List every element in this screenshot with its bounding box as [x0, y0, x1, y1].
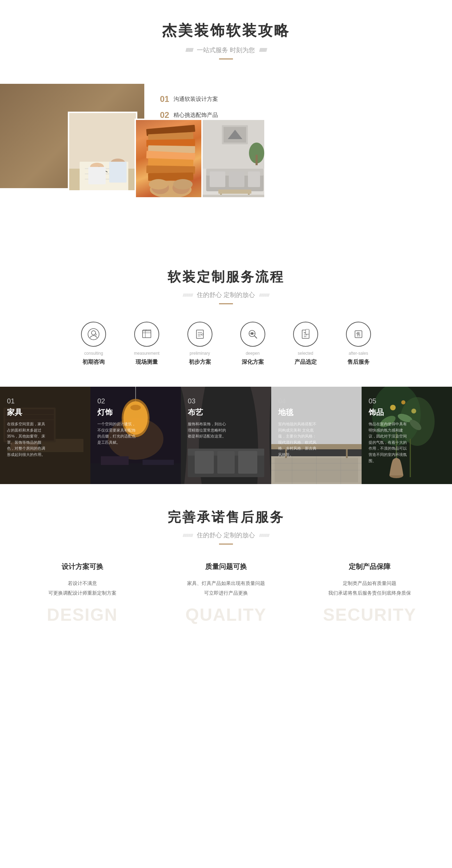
- cat-num-5: 05: [369, 397, 410, 405]
- cat-num-2: 02: [97, 397, 139, 405]
- card-title-1: 设计方案可换: [28, 562, 137, 571]
- card-desc-2: 家具、灯具产品如果出现有质量问题 可立即进行产品更换: [171, 578, 280, 598]
- selected-zh: 产品选定: [294, 359, 317, 366]
- cat-title-5: 饰品: [369, 407, 410, 418]
- measurement-zh: 现场测量: [136, 359, 158, 366]
- category-carpet[interactable]: 04 地毯 室内地毯的风格搭配不同构成完美和 文化底蕴，主要分为的风格：现代流行…: [271, 387, 362, 484]
- selected-icon: [299, 328, 312, 340]
- selected-icon-circle: [293, 322, 318, 347]
- svg-line-52: [255, 336, 257, 338]
- card-desc-2-line2: 可立即进行产品更换: [171, 588, 280, 598]
- intro-header: 杰美装饰软装攻略 /////////// 一站式服务 时刻为您 ////////…: [0, 0, 452, 73]
- intro-subtitle: 一站式服务 时刻为您: [197, 46, 255, 54]
- aftersales-title: 完善承诺售后服务: [0, 508, 452, 526]
- livingroom-svg: [203, 120, 266, 199]
- svg-rect-34: [210, 171, 225, 187]
- cat-num-1: 01: [7, 397, 49, 405]
- measurement-icon-circle: [134, 322, 159, 347]
- cat-num-3: 03: [188, 397, 229, 405]
- section-flow: 软装定制服务流程 /////////// 住的舒心 定制的放心 ////////…: [0, 247, 452, 387]
- photo-consulting: [68, 112, 137, 192]
- section-intro: 杰美装饰软装攻略 /////////// 一站式服务 时刻为您 ////////…: [0, 0, 452, 226]
- aftersales-card-quality: 质量问题可换 家具、灯具产品如果出现有质量问题 可立即进行产品更换 QUALIT…: [171, 562, 280, 625]
- flow-title: 软装定制服务流程: [0, 268, 452, 286]
- card-desc-2-line1: 家具、灯具产品如果出现有质量问题: [171, 578, 280, 588]
- svg-rect-83: [217, 451, 235, 474]
- cat-desc-2: 一个空间的设计建筑，不仅仅需要家具和配饰的点缀，灯光的适配也是工匹具赋。: [97, 421, 139, 445]
- flow-item-selected: selected 产品选定: [293, 322, 318, 366]
- svg-marker-46: [142, 330, 151, 331]
- category-fabric[interactable]: 03 布艺 服饰和布装饰，到出心理精致位置常忽略时的都是和好适配在这里。: [181, 387, 271, 484]
- category-decoration[interactable]: 05 饰品 饰品在室内使得中具有明快感的氛力感和建议，因此对于渲染空间提的气氛，…: [362, 387, 452, 484]
- aftersales-icon: 售: [352, 328, 365, 340]
- cat-content-5: 05 饰品 饰品在室内使得中具有明快感的氛力感和建议，因此对于渲染空间提的气氛，…: [369, 397, 410, 464]
- card-bg-text-1: DESIGN: [28, 605, 137, 625]
- svg-point-24: [173, 179, 193, 190]
- preliminary-en: preliminary: [189, 351, 210, 356]
- consulting-svg: [69, 113, 137, 192]
- measurement-en: measurement: [134, 351, 159, 356]
- svg-rect-78: [143, 460, 174, 465]
- aftersales-deco-left: ///////////: [183, 533, 193, 538]
- svg-rect-76: [90, 463, 181, 484]
- flow-item-preliminary: preliminary 初步方案: [187, 322, 212, 366]
- cat-desc-4: 室内地毯的风格搭配不同构成完美和 文化底蕴，主要分为的风格：现代流行风格、欧式风…: [278, 421, 320, 458]
- cat-title-3: 布艺: [188, 407, 229, 418]
- flow-item-deepen: deepen 深化方案: [240, 322, 265, 366]
- consulting-icon: [87, 328, 100, 340]
- svg-rect-37: [218, 190, 251, 194]
- flow-icons: consulting 初期咨询 measurement 现场测量: [0, 322, 452, 366]
- aftersales-underline: [219, 544, 233, 545]
- svg-point-23: [149, 179, 168, 190]
- consulting-en: consulting: [84, 351, 103, 356]
- aftersales-subtitle: 住的舒心 定制的放心: [197, 531, 255, 539]
- cat-content-3: 03 布艺 服饰和布装饰，到出心理精致位置常忽略时的都是和好适配在这里。: [188, 397, 229, 440]
- svg-rect-36: [248, 171, 260, 187]
- category-furniture[interactable]: 01 家具 在很多空间里面，家具占的面积和木多超过35%，其他如窗帘、床罩、装饰…: [0, 387, 90, 484]
- category-lighting[interactable]: 02 灯饰 一个空间的设计建筑，不仅仅需要家具和配饰的点缀，灯光的适配也是工匹具…: [90, 387, 181, 484]
- intro-title: 杰美装饰软装攻略: [0, 21, 452, 40]
- photo-collage: 01 沟通软装设计方案 02 精心挑选配饰产品 03 精心挑选配饰产品: [0, 73, 452, 226]
- aftersales-card-security: 定制产品保障 定制类产品如有质量问题 我们承诺将售后服务责任到底终身质保 SEC…: [315, 562, 424, 625]
- step-text-1: 沟通软装设计方案: [173, 96, 218, 103]
- svg-point-55: [251, 333, 253, 335]
- svg-rect-40: [203, 195, 266, 199]
- deepen-zh: 深化方案: [242, 359, 264, 366]
- fabric-svg: [136, 120, 204, 199]
- card-desc-1-line2: 可更换调配设计师重新定制方案: [28, 588, 137, 598]
- step-text-2: 精心挑选配饰产品: [173, 112, 218, 119]
- intro-subtitle-row: /////////// 一站式服务 时刻为您 ///////////: [0, 46, 452, 54]
- svg-point-41: [88, 329, 99, 340]
- aftersales-icon-circle: 售: [346, 322, 371, 347]
- card-title-3: 定制产品保障: [315, 562, 424, 571]
- aftersales-zh: 售后服务: [347, 359, 370, 366]
- preliminary-icon-circle: [187, 322, 212, 347]
- flow-subtitle: 住的舒心 定制的放心: [197, 291, 255, 299]
- section-categories: 01 家具 在很多空间里面，家具占的面积和木多超过35%，其他如窗帘、床罩、装饰…: [0, 387, 452, 484]
- deco-slash-right: ///////////: [259, 47, 267, 53]
- selected-en: selected: [298, 351, 313, 356]
- card-desc-3-line2: 我们承诺将售后服务责任到底终身质保: [315, 588, 424, 598]
- aftersales-cards-container: 设计方案可换 若设计不满意 可更换调配设计师重新定制方案 DESIGN 质量问题…: [0, 562, 452, 625]
- deepen-en: deepen: [246, 351, 260, 356]
- card-desc-1-line1: 若设计不满意: [28, 578, 137, 588]
- deepen-icon: [247, 328, 259, 340]
- svg-rect-9: [88, 167, 106, 184]
- preliminary-icon: [194, 328, 206, 340]
- svg-rect-82: [195, 451, 214, 474]
- svg-text:售: 售: [356, 332, 361, 337]
- svg-rect-31: [256, 155, 258, 165]
- aftersales-en: after-sales: [349, 351, 368, 356]
- aftersales-deco-right: ///////////: [259, 533, 269, 538]
- measurement-icon: [140, 328, 153, 340]
- cat-content-1: 01 家具 在很多空间里面，家具占的面积和木多超过35%，其他如窗帘、床罩、装饰…: [7, 397, 49, 458]
- svg-point-42: [91, 331, 96, 335]
- svg-rect-77: [101, 456, 129, 465]
- deco-slash-left: ///////////: [186, 47, 193, 53]
- cat-desc-1: 在很多空间里面，家具占的面积和木多超过35%，其他如窗帘、床罩、装饰等饰品的颜色…: [7, 421, 49, 458]
- svg-rect-59: [306, 329, 309, 334]
- photo-livingroom: [201, 119, 266, 199]
- svg-rect-84: [238, 451, 257, 474]
- consulting-icon-circle: [81, 322, 106, 347]
- flow-item-measurement: measurement 现场测量: [134, 322, 159, 366]
